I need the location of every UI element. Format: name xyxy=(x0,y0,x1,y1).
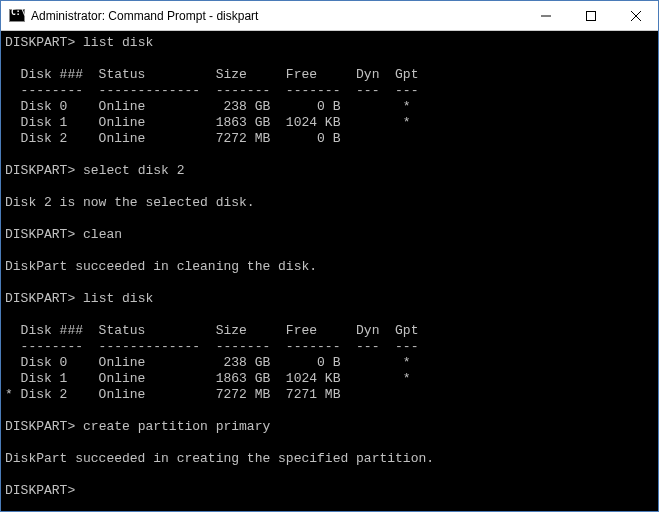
close-button[interactable] xyxy=(613,1,658,30)
maximize-icon xyxy=(586,11,596,21)
prompt: DISKPART> xyxy=(5,419,75,434)
table-row: Disk 0 Online 238 GB 0 B * xyxy=(5,355,411,370)
command-text: create partition primary xyxy=(83,419,270,434)
titlebar[interactable]: C:\ Administrator: Command Prompt - disk… xyxy=(1,1,658,31)
table-divider: -------- ------------- ------- ------- -… xyxy=(5,339,418,354)
prompt: DISKPART> xyxy=(5,227,75,242)
table-row: Disk 1 Online 1863 GB 1024 KB * xyxy=(5,115,411,130)
command-text: list disk xyxy=(83,291,153,306)
window-controls xyxy=(523,1,658,30)
minimize-icon xyxy=(541,11,551,21)
prompt: DISKPART> xyxy=(5,35,75,50)
prompt: DISKPART> xyxy=(5,483,75,498)
table-row: Disk 2 Online 7272 MB 0 B xyxy=(5,131,340,146)
command-text: select disk 2 xyxy=(83,163,184,178)
window-title: Administrator: Command Prompt - diskpart xyxy=(31,9,523,23)
table-row: Disk 0 Online 238 GB 0 B * xyxy=(5,99,411,114)
prompt: DISKPART> xyxy=(5,163,75,178)
command-prompt-window: C:\ Administrator: Command Prompt - disk… xyxy=(0,0,659,512)
table-row: Disk 1 Online 1863 GB 1024 KB * xyxy=(5,371,411,386)
cmd-icon: C:\ xyxy=(9,9,25,23)
table-header: Disk ### Status Size Free Dyn Gpt xyxy=(5,67,418,82)
command-text: clean xyxy=(83,227,122,242)
close-icon xyxy=(631,11,641,21)
minimize-button[interactable] xyxy=(523,1,568,30)
table-row: * Disk 2 Online 7272 MB 7271 MB xyxy=(5,387,340,402)
prompt: DISKPART> xyxy=(5,291,75,306)
table-divider: -------- ------------- ------- ------- -… xyxy=(5,83,418,98)
maximize-button[interactable] xyxy=(568,1,613,30)
command-text: list disk xyxy=(83,35,153,50)
output-message: Disk 2 is now the selected disk. xyxy=(5,195,255,210)
output-message: DiskPart succeeded in creating the speci… xyxy=(5,451,434,466)
terminal-output[interactable]: DISKPART> list disk Disk ### Status Size… xyxy=(1,31,658,511)
output-message: DiskPart succeeded in cleaning the disk. xyxy=(5,259,317,274)
table-header: Disk ### Status Size Free Dyn Gpt xyxy=(5,323,418,338)
svg-rect-1 xyxy=(586,11,595,20)
